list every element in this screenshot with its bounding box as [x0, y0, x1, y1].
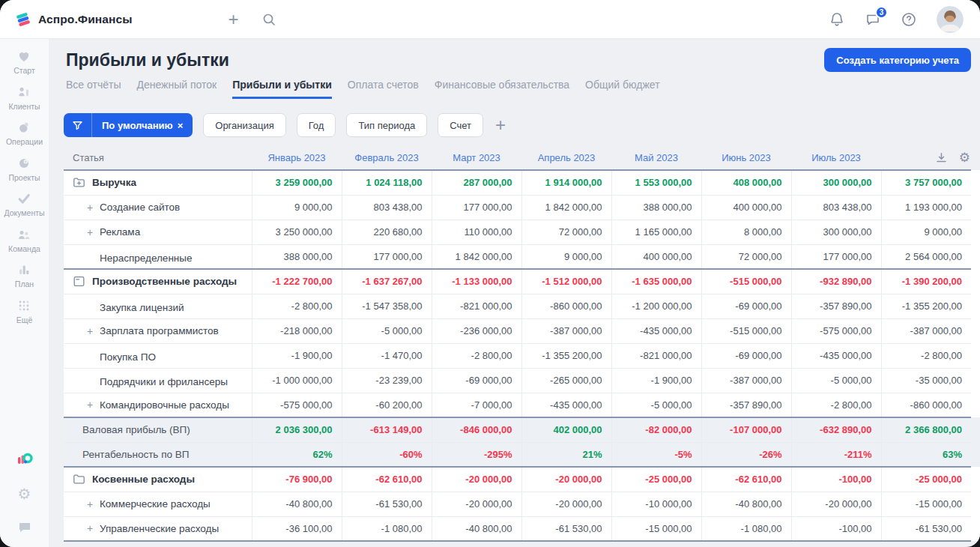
- column-header-month[interactable]: Февраль 2023: [342, 146, 432, 170]
- row-label: Рентабельность по ВП: [82, 449, 189, 460]
- filter-chip-account[interactable]: Счет: [438, 113, 483, 137]
- value-cell: -1 080,00: [342, 516, 432, 541]
- create-plus-icon[interactable]: +: [228, 12, 238, 27]
- applied-filter-chip[interactable]: По умолчанию ×: [64, 113, 193, 137]
- row-label: Выручка: [92, 177, 136, 188]
- expand-plus-icon[interactable]: +: [87, 522, 100, 534]
- table-row-travel-expenses[interactable]: +Командировочные расходы-575 000,00-60 2…: [64, 393, 980, 417]
- app-logo[interactable]: Аспро.Финансы: [15, 11, 132, 28]
- value-cell: 400 000,00: [611, 244, 701, 269]
- filter-chip-period-type[interactable]: Тип периода: [346, 113, 427, 137]
- column-header-month[interactable]: Апрель 2023: [521, 146, 611, 170]
- row-label: Управленческие расходы: [100, 523, 219, 534]
- projects-icon: [16, 156, 31, 171]
- sidebar-app-logo-icon[interactable]: [16, 450, 34, 468]
- tab-liabilities[interactable]: Финансовые обязательства: [435, 79, 569, 99]
- help-icon[interactable]: [901, 11, 917, 28]
- table-row-site-creation[interactable]: +Создание сайтов9 000,00803 438,00177 00…: [64, 195, 980, 220]
- value-cell: -100,00: [791, 467, 881, 492]
- search-icon[interactable]: [261, 12, 276, 27]
- table-row-contractors-freelancers[interactable]: Подрядчики и фрилансеры-1 000 000,00-23 …: [64, 368, 980, 393]
- table-row-gross-margin[interactable]: Рентабельность по ВП62%-60%-295%21%-5%-2…: [64, 442, 980, 467]
- column-header-month[interactable]: Май 2023: [611, 146, 701, 170]
- tab-invoices[interactable]: Оплата счетов: [348, 79, 419, 99]
- row-label-cell: Производственные расходы: [64, 269, 252, 294]
- download-icon[interactable]: [935, 151, 948, 164]
- row-label-cell: Валовая прибыль (ВП): [64, 417, 252, 442]
- tab-cash-flow[interactable]: Денежный поток: [136, 79, 217, 99]
- filter-chip-year[interactable]: Год: [297, 113, 336, 137]
- table-body: Выручка3 259 000,001 024 118,00287 000,0…: [64, 170, 980, 541]
- settings-icon[interactable]: ⚙: [18, 488, 31, 501]
- avatar[interactable]: [937, 6, 964, 33]
- row-label: Валовая прибыль (ВП): [82, 424, 190, 435]
- value-cell: -40 800,00: [701, 492, 791, 516]
- folder-plus-icon[interactable]: [73, 176, 85, 189]
- bell-icon[interactable]: [829, 11, 845, 28]
- note-minus-icon[interactable]: [73, 275, 85, 288]
- value-cell: 63%: [881, 442, 971, 467]
- value-cell: -60%: [342, 442, 432, 467]
- expand-plus-icon[interactable]: +: [87, 202, 100, 214]
- clear-filter-icon[interactable]: ×: [178, 120, 193, 131]
- sidebar-item-start[interactable]: Старт: [13, 49, 35, 75]
- expand-plus-icon[interactable]: +: [87, 226, 100, 238]
- support-chat-icon[interactable]: [17, 520, 32, 535]
- table-row-revenue[interactable]: Выручка3 259 000,001 024 118,00287 000,0…: [64, 170, 980, 195]
- table-row-advertising[interactable]: +Реклама3 250 000,00220 680,00110 000,00…: [64, 220, 980, 244]
- row-label: Реклама: [100, 226, 140, 238]
- column-header-month[interactable]: Январь 2023: [252, 146, 342, 170]
- table-row-indirect-expenses[interactable]: Косвенные расходы-76 900,00-62 610,00-20…: [64, 467, 980, 492]
- sidebar-item-clients[interactable]: Клиенты: [8, 85, 40, 111]
- sidebar-item-operations[interactable]: Операции: [6, 120, 43, 146]
- folder-icon[interactable]: [73, 473, 85, 486]
- value-cell: 402 000,00: [521, 417, 611, 442]
- tab-all-reports[interactable]: Все отчёты: [66, 79, 121, 99]
- value-cell: 220 680,00: [342, 220, 432, 244]
- value-cell: 177 000,00: [432, 195, 521, 220]
- column-header-statya: Статья: [64, 146, 252, 170]
- create-category-button[interactable]: Создать категорию учета: [824, 48, 971, 72]
- filler-cell: [971, 318, 980, 343]
- value-cell: -613 149,00: [342, 417, 432, 442]
- sidebar-item-more[interactable]: Ещё: [16, 298, 32, 324]
- table-row-programmer-salary[interactable]: +Зарплата программистов-218 000,00-5 000…: [64, 318, 980, 343]
- column-header-month[interactable]: Июнь 2023: [701, 146, 791, 170]
- column-header-month[interactable]: Июль 2023: [791, 146, 881, 170]
- sidebar-item-projects[interactable]: Проекты: [8, 156, 40, 182]
- expand-plus-icon[interactable]: +: [87, 399, 100, 411]
- table-settings-icon[interactable]: ⚙: [959, 151, 970, 164]
- table-row-unallocated[interactable]: Нераспределенные388 000,00177 000,001 84…: [64, 244, 980, 269]
- table-row-gross-profit[interactable]: Валовая прибыль (ВП)2 036 300,00-613 149…: [64, 417, 980, 442]
- sidebar-item-label: План: [15, 279, 34, 288]
- table-row-management-expenses[interactable]: +Управленческие расходы-36 100,00-1 080,…: [64, 516, 980, 541]
- value-cell: -357 890,00: [791, 294, 881, 318]
- sidebar-item-label: Клиенты: [8, 102, 40, 111]
- add-filter-icon[interactable]: +: [495, 118, 506, 133]
- value-cell: -76 900,00: [252, 467, 342, 492]
- messages-icon[interactable]: 3: [865, 11, 881, 28]
- sidebar-item-team[interactable]: Команда: [8, 227, 40, 253]
- value-cell: 803 438,00: [342, 195, 432, 220]
- expand-plus-icon[interactable]: +: [87, 498, 100, 510]
- value-cell: 9 000,00: [252, 195, 342, 220]
- value-cell: 1 165 000,00: [611, 220, 701, 244]
- expand-plus-icon[interactable]: +: [87, 325, 100, 337]
- value-cell: -20 000,00: [432, 492, 521, 516]
- filter-chip-organization[interactable]: Организация: [203, 113, 285, 137]
- value-cell: 1 914 000,00: [521, 170, 611, 195]
- row-label-cell: +Реклама: [64, 220, 252, 244]
- filler-cell: [971, 269, 980, 294]
- sidebar-item-plan[interactable]: План: [15, 262, 34, 288]
- row-label-flex: Подрядчики и фрилансеры: [73, 376, 228, 387]
- row-label-cell: Выручка: [64, 170, 252, 195]
- operations-icon: [16, 120, 31, 135]
- sidebar-item-documents[interactable]: Документы: [4, 191, 44, 217]
- table-row-software-purchase[interactable]: Покупка ПО-1 900,00-1 470,00-2 800,00-1 …: [64, 343, 980, 368]
- table-row-license-purchase[interactable]: Закупка лицензий-2 800,00-1 547 358,00-8…: [64, 294, 980, 318]
- column-header-month[interactable]: Март 2023: [432, 146, 521, 170]
- table-row-commercial-expenses[interactable]: +Коммерческие расходы-40 800,00-61 530,0…: [64, 492, 980, 516]
- tab-budget[interactable]: Общий бюджет: [585, 79, 659, 99]
- table-row-production-expenses[interactable]: Производственные расходы-1 222 700,00-1 …: [64, 269, 980, 294]
- tab-pnl[interactable]: Прибыли и убытки: [232, 79, 332, 99]
